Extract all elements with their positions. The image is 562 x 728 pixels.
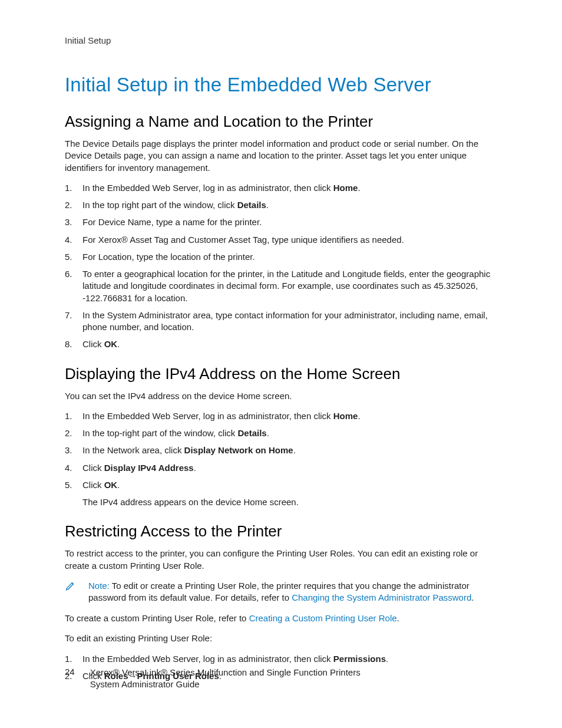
text: In the Embedded Web Server, log in as ad… <box>82 411 333 421</box>
bold: Details <box>237 428 266 438</box>
page-title: Initial Setup in the Embedded Web Server <box>65 74 497 96</box>
list-item: To enter a geographical location for the… <box>65 268 497 304</box>
list-item: For Device Name, type a name for the pri… <box>65 216 497 228</box>
text: Click <box>82 463 104 473</box>
page-number: 24 <box>65 667 75 677</box>
text: . <box>266 200 269 210</box>
list-item: Click OK. The IPv4 address appears on th… <box>65 479 497 509</box>
list-item: Click OK. <box>65 338 497 350</box>
page-footer: 24 Xerox® VersaLink® Series Multifunctio… <box>65 667 361 691</box>
text: . <box>267 428 269 438</box>
text: . <box>471 592 474 602</box>
section3-para3: To edit an existing Printing User Role: <box>65 633 497 644</box>
text: . <box>117 339 120 349</box>
note-label: Note: <box>88 581 110 591</box>
footer-text: Xerox® VersaLink® Series Multifunction a… <box>90 667 361 691</box>
list-item: Click Display IPv4 Address. <box>65 462 497 474</box>
list-item: For Xerox® Asset Tag and Customer Asset … <box>65 234 497 246</box>
text: . <box>358 411 360 421</box>
list-item: In the Embedded Web Server, log in as ad… <box>65 182 497 194</box>
section-heading-restricting: Restricting Access to the Printer <box>65 522 497 541</box>
note-block: Note: To edit or create a Printing User … <box>65 580 497 604</box>
bold: Display IPv4 Address <box>104 463 194 473</box>
text: To create a custom Printing User Role, r… <box>65 613 249 623</box>
bold: Home <box>333 411 358 421</box>
list-item: For Location, type the location of the p… <box>65 251 497 263</box>
bold: Permissions <box>333 654 386 664</box>
running-header: Initial Setup <box>65 35 497 45</box>
text: Click <box>82 480 104 490</box>
text: . <box>386 654 388 664</box>
text: In the Network area, click <box>82 445 184 455</box>
bold: Home <box>333 183 358 193</box>
section2-list: In the Embedded Web Server, log in as ad… <box>65 410 497 509</box>
text: In the top right part of the window, cli… <box>82 200 237 210</box>
link-creating-role[interactable]: Creating a Custom Printing User Role <box>249 613 397 623</box>
bold: OK <box>104 339 118 349</box>
list-item: In the Network area, click Display Netwo… <box>65 444 497 456</box>
result-text: The IPv4 address appears on the device H… <box>82 496 497 508</box>
section3-intro: To restrict access to the printer, you c… <box>65 548 497 572</box>
text: In the Embedded Web Server, log in as ad… <box>82 654 333 664</box>
section3-para2: To create a custom Printing User Role, r… <box>65 612 497 624</box>
text: In the top-right part of the window, cli… <box>82 428 237 438</box>
list-item: In the System Administrator area, type c… <box>65 309 497 334</box>
list-item: In the Embedded Web Server, log in as ad… <box>65 653 497 665</box>
list-item: In the top-right part of the window, cli… <box>65 427 497 439</box>
text: In the Embedded Web Server, log in as ad… <box>82 183 333 193</box>
bold: Display Network on Home <box>184 445 293 455</box>
bold: Details <box>237 200 266 210</box>
section1-intro: The Device Details page displays the pri… <box>65 138 497 174</box>
text: Click <box>82 339 104 349</box>
pencil-icon <box>65 580 78 604</box>
text: . <box>397 613 399 623</box>
text: . <box>358 183 360 193</box>
footer-line1: Xerox® VersaLink® Series Multifunction a… <box>90 667 361 678</box>
text: . <box>194 463 196 473</box>
text: . <box>293 445 296 455</box>
section1-list: In the Embedded Web Server, log in as ad… <box>65 182 497 351</box>
list-item: In the top right part of the window, cli… <box>65 199 497 211</box>
section-heading-ipv4: Displaying the IPv4 Address on the Home … <box>65 365 497 383</box>
footer-line2: System Administrator Guide <box>90 678 361 690</box>
text: . <box>117 480 120 490</box>
list-item: In the Embedded Web Server, log in as ad… <box>65 410 497 422</box>
bold: OK <box>104 480 118 490</box>
note-body: Note: To edit or create a Printing User … <box>88 580 497 604</box>
link-changing-password[interactable]: Changing the System Administrator Passwo… <box>292 592 471 602</box>
section-heading-assigning: Assigning a Name and Location to the Pri… <box>65 113 497 131</box>
section2-intro: You can set the IPv4 address on the devi… <box>65 390 497 402</box>
